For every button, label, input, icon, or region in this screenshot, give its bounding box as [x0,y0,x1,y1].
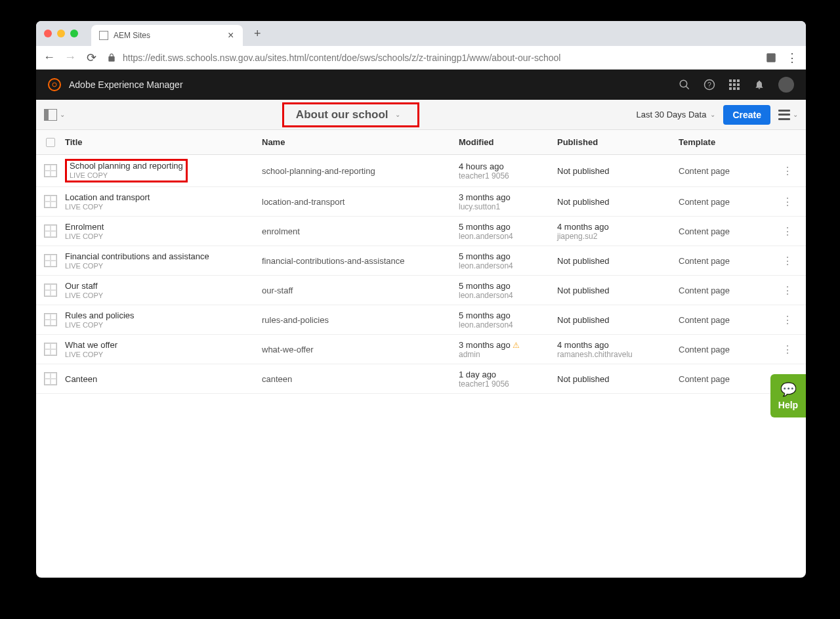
browser-menu-icon[interactable]: ⋮ [786,51,798,65]
extension-icon[interactable] [765,52,777,64]
date-filter-dropdown[interactable]: Last 30 Days Data ⌄ [636,110,715,119]
row-modified: 5 months agoleon.anderson4 [459,251,557,270]
table-row[interactable]: EnrolmentLIVE COPY enrolment 5 months ag… [36,217,806,246]
row-template: Content page [679,166,782,176]
row-title: What we offerLIVE COPY [65,340,262,358]
browser-tab[interactable]: AEM Sites × [91,25,243,46]
row-actions-menu[interactable]: ⋮ [782,284,806,297]
close-window-button[interactable] [44,30,52,37]
column-title[interactable]: Title [65,137,262,147]
row-published: 4 months agojiapeng.su2 [557,222,679,241]
close-tab-icon[interactable]: × [228,30,234,41]
row-template: Content page [679,226,782,236]
table-row[interactable]: Financial contributions and assistanceLI… [36,246,806,276]
url-text: https://edit.sws.schools.nsw.gov.au/site… [123,53,560,63]
row-name: location-and-transport [262,197,459,207]
row-published: Not published [557,166,679,176]
back-button[interactable]: ← [44,53,54,63]
lock-icon [107,53,116,62]
table-body: School planning and reportingLIVE COPY s… [36,155,806,394]
column-template[interactable]: Template [679,137,782,147]
column-name[interactable]: Name [262,137,459,147]
row-name: what-we-offer [262,345,459,354]
row-published: Not published [557,197,679,207]
bell-icon[interactable] [753,79,765,91]
page-thumbnail-icon[interactable] [44,343,57,356]
svg-rect-10 [737,83,740,86]
aem-logo-icon[interactable] [48,78,61,91]
row-actions-menu[interactable]: ⋮ [782,196,806,208]
user-avatar[interactable] [778,77,794,93]
table-row[interactable]: Location and transportLIVE COPY location… [36,187,806,217]
row-name: school-planning-and-reporting [262,166,459,176]
help-widget-button[interactable]: 💬 Help [770,374,806,417]
svg-point-1 [680,80,687,87]
select-all-checkbox[interactable] [46,138,55,147]
row-published: Not published [557,286,679,295]
row-modified: 1 day agoteacher1 9056 [459,370,557,389]
search-icon[interactable] [679,79,690,91]
minimize-window-button[interactable] [57,30,65,37]
reload-button[interactable]: ⟳ [86,53,96,63]
view-switcher[interactable]: ⌄ [778,110,798,120]
row-modified: 3 months ago ⚠admin [459,340,557,359]
page-thumbnail-icon[interactable] [44,195,57,208]
svg-text:?: ? [707,81,711,89]
row-actions-menu[interactable]: ⋮ [782,255,806,267]
table-row[interactable]: Our staffLIVE COPY our-staff 5 months ag… [36,276,806,305]
page-thumbnail-icon[interactable] [44,224,57,238]
breadcrumb-text: About our school [296,108,388,121]
table-header: Title Name Modified Published Template [36,130,806,155]
row-name: canteen [262,374,459,384]
row-published: Not published [557,315,679,325]
row-name: financial-contributions-and-assistance [262,256,459,266]
chevron-down-icon: ⌄ [710,111,715,118]
svg-rect-9 [733,83,736,86]
row-name: our-staff [262,286,459,295]
browser-toolbar: ← → ⟳ https://edit.sws.schools.nsw.gov.a… [36,46,806,70]
row-name: enrolment [262,226,459,236]
row-modified: 5 months agoleon.anderson4 [459,281,557,300]
column-published[interactable]: Published [557,137,679,147]
row-actions-menu[interactable]: ⋮ [782,314,806,326]
svg-point-0 [52,83,56,87]
address-bar[interactable]: https://edit.sws.schools.nsw.gov.au/site… [107,53,755,63]
table-row[interactable]: Canteen canteen 1 day agoteacher1 9056 N… [36,364,806,394]
row-title: Rules and policiesLIVE COPY [65,310,262,329]
page-thumbnail-icon[interactable] [44,164,57,177]
row-modified: 5 months agoleon.anderson4 [459,222,557,241]
page-thumbnail-icon[interactable] [44,372,57,385]
svg-rect-11 [729,87,732,90]
table-row[interactable]: School planning and reportingLIVE COPY s… [36,155,806,187]
create-button[interactable]: Create [723,105,770,125]
rail-toggle-button[interactable] [44,109,57,121]
page-thumbnail-icon[interactable] [44,313,57,326]
help-icon[interactable]: ? [704,79,715,91]
page-thumbnail-icon[interactable] [44,254,57,267]
row-template: Content page [679,345,782,354]
breadcrumb-dropdown[interactable]: About our school ⌄ [282,102,419,127]
column-modified[interactable]: Modified [459,137,557,147]
action-bar: ⌄ About our school ⌄ Last 30 Days Data ⌄… [36,100,806,130]
forward-button[interactable]: → [65,53,75,63]
new-tab-button[interactable]: + [248,24,266,43]
row-actions-menu[interactable]: ⋮ [782,343,806,356]
svg-rect-7 [737,79,740,82]
row-actions-menu[interactable]: ⋮ [782,225,806,238]
window-controls [44,30,78,37]
svg-rect-8 [729,83,732,86]
row-title: Location and transportLIVE COPY [65,192,262,211]
table-row[interactable]: Rules and policiesLIVE COPY rules-and-po… [36,305,806,335]
chat-icon: 💬 [780,381,797,397]
row-actions-menu[interactable]: ⋮ [782,165,806,177]
table-row[interactable]: What we offerLIVE COPY what-we-offer 3 m… [36,335,806,364]
row-template: Content page [679,286,782,295]
maximize-window-button[interactable] [70,30,78,37]
warning-icon: ⚠ [513,341,520,350]
apps-icon[interactable] [728,79,740,91]
page-thumbnail-icon[interactable] [44,284,57,297]
browser-window: AEM Sites × + ← → ⟳ https://edit.sws.sch… [36,21,806,578]
aem-global-header: Adobe Experience Manager ? [36,70,806,100]
row-published: Not published [557,374,679,384]
filter-label: Last 30 Days Data [636,110,706,119]
